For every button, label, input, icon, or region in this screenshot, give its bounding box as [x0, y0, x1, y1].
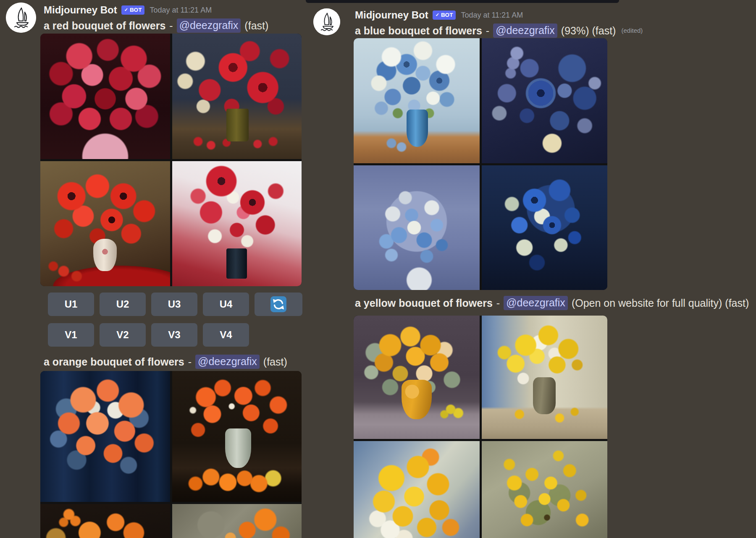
sailboat-icon — [6, 3, 36, 33]
variation-button-v1[interactable]: V1 — [48, 323, 94, 347]
timestamp: Today at 11:21 AM — [461, 11, 523, 20]
prompt-mode: (93%) (fast) — [561, 24, 616, 37]
bot-badge-label: BOT — [130, 7, 142, 13]
message-header: Midjourney Bot ✓ BOT Today at 11:21 AM — [44, 3, 212, 17]
discord-chat: Midjourney Bot ✓ BOT Today at 11:21 AM a… — [0, 0, 756, 538]
user-mention[interactable]: @deezgrafix — [195, 355, 260, 369]
prompt-text: a orange bouquet of flowers — [44, 355, 184, 368]
midjourney-bot-avatar[interactable] — [313, 8, 340, 35]
generated-image[interactable] — [172, 371, 302, 502]
sailboat-icon — [313, 8, 340, 35]
user-mention[interactable]: @deezgrafix — [177, 18, 241, 33]
prompt-mode: (fast) — [244, 19, 268, 32]
refresh-icon — [270, 296, 286, 312]
image-grid-red — [40, 34, 302, 286]
previous-image-bottom-edge — [306, 0, 619, 3]
prompt-line-blue: a blue bouquet of flowers - @deezgrafix … — [355, 24, 643, 38]
upscale-button-u2[interactable]: U2 — [100, 293, 146, 316]
generated-image[interactable] — [172, 504, 302, 538]
prompt-text: a blue bouquet of flowers — [355, 24, 482, 37]
bot-badge-label: BOT — [441, 12, 453, 18]
generated-image[interactable] — [172, 161, 302, 287]
reroll-button[interactable] — [255, 293, 302, 316]
timestamp: Today at 11:21 AM — [150, 6, 212, 15]
prompt-dash: - — [496, 297, 500, 309]
generated-image[interactable] — [354, 316, 480, 439]
generated-image[interactable] — [482, 316, 608, 439]
prompt-text: a yellow bouquet of flowers — [355, 297, 493, 309]
generated-image[interactable] — [354, 165, 480, 290]
prompt-mode: (fast) — [263, 355, 287, 368]
prompt-mode: (Open on website for full quality) (fast… — [572, 297, 749, 309]
prompt-line-yellow: a yellow bouquet of flowers - @deezgrafi… — [355, 296, 749, 310]
generated-image[interactable] — [354, 38, 480, 163]
bot-badge: ✓ BOT — [433, 10, 456, 20]
generated-image[interactable] — [40, 504, 170, 538]
user-mention[interactable]: @deezgrafix — [493, 24, 557, 38]
verified-check-icon: ✓ — [436, 13, 439, 17]
variation-button-v3[interactable]: V3 — [151, 323, 197, 347]
generated-image[interactable] — [482, 441, 608, 538]
generated-image[interactable] — [40, 34, 170, 159]
midjourney-bot-avatar[interactable] — [6, 3, 36, 33]
upscale-button-row: U1 U2 U3 U4 — [48, 293, 302, 316]
prompt-dash: - — [188, 355, 192, 368]
upscale-button-u3[interactable]: U3 — [151, 293, 197, 316]
image-grid-blue — [354, 38, 607, 290]
generated-image[interactable] — [354, 441, 480, 538]
edited-label: (edited) — [621, 27, 643, 34]
variation-button-v2[interactable]: V2 — [100, 323, 146, 347]
verified-check-icon: ✓ — [124, 8, 128, 12]
generated-image[interactable] — [172, 34, 302, 159]
upscale-button-u1[interactable]: U1 — [48, 293, 94, 316]
generated-image[interactable] — [482, 38, 608, 163]
user-mention[interactable]: @deezgrafix — [504, 296, 568, 310]
prompt-text: a red bouquet of flowers — [44, 19, 165, 32]
image-grid-orange — [40, 371, 302, 538]
upscale-button-u4[interactable]: U4 — [203, 293, 249, 316]
variation-button-v4[interactable]: V4 — [203, 323, 249, 347]
author-name[interactable]: Midjourney Bot — [44, 4, 117, 16]
generated-image[interactable] — [40, 161, 170, 287]
generated-image[interactable] — [40, 371, 170, 502]
bot-badge: ✓ BOT — [121, 5, 145, 15]
author-name[interactable]: Midjourney Bot — [355, 9, 428, 21]
prompt-dash: - — [486, 24, 489, 37]
message-header: Midjourney Bot ✓ BOT Today at 11:21 AM — [355, 8, 523, 22]
prompt-line-red: a red bouquet of flowers - @deezgrafix (… — [44, 18, 268, 33]
image-grid-yellow — [354, 316, 607, 538]
prompt-dash: - — [169, 19, 173, 32]
generated-image[interactable] — [482, 165, 608, 290]
variation-button-row: V1 V2 V3 V4 — [48, 323, 249, 347]
prompt-line-orange: a orange bouquet of flowers - @deezgrafi… — [44, 355, 287, 369]
